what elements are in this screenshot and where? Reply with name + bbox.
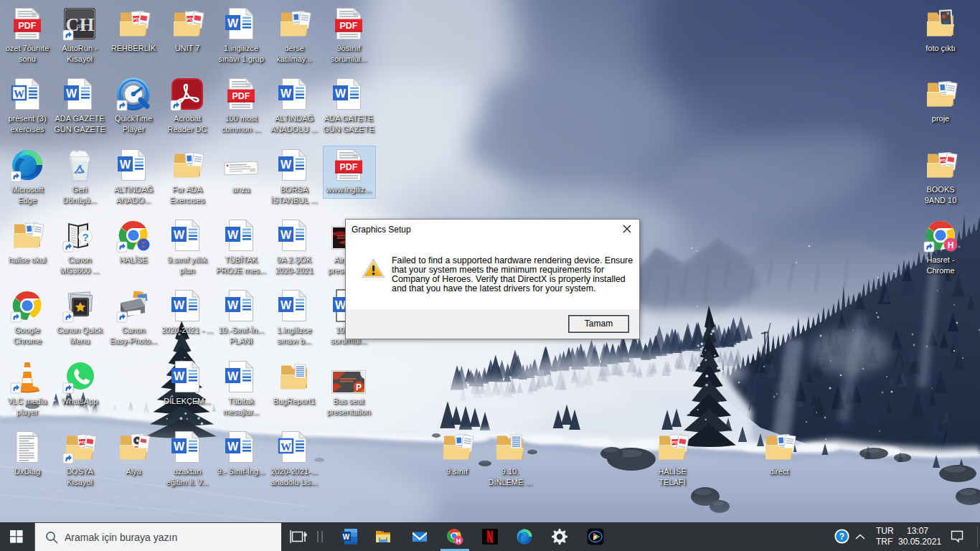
svg-text:W: W [343, 533, 350, 541]
svg-text:H: H [456, 537, 461, 545]
svg-text:?: ? [839, 532, 844, 542]
